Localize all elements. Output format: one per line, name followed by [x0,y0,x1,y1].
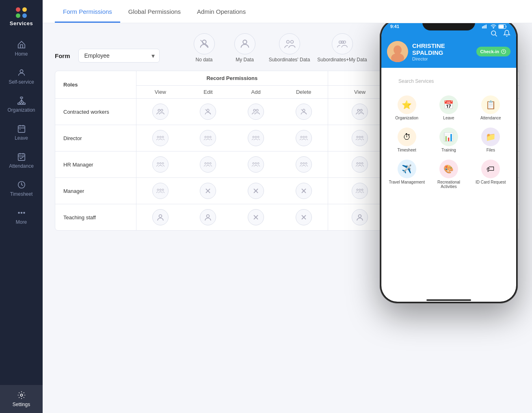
sidebar-item-timesheet[interactable]: Timesheet [0,175,43,203]
cross-icon [300,213,308,221]
perm-all-icon[interactable] [352,156,368,173]
td-cell[interactable] [136,204,184,230]
td-cell[interactable] [136,178,184,204]
td-cell[interactable] [136,125,184,151]
perm-none-icon[interactable] [200,104,216,120]
sidebar-item-home[interactable]: Home [0,35,43,63]
perm-all-icon[interactable] [200,156,216,173]
td-cell[interactable] [136,99,184,125]
td-cell[interactable] [280,178,328,204]
perm-all-icon[interactable] [296,156,312,173]
perm-all-icon[interactable] [248,156,264,173]
phone-service-timesheet[interactable]: ⏱ Timesheet [386,123,427,155]
phone-service-training-icon: 📊 [439,128,458,146]
page-body: Form Employee Department Position ▾ [43,23,532,413]
perm-all-icon[interactable] [248,130,264,146]
phone-service-travel-icon: ✈️ [398,160,416,178]
perm-all-icon[interactable] [200,130,216,146]
person-icon [17,68,26,77]
perm-cross-icon[interactable] [296,209,312,225]
phone-search-bar[interactable]: Search Services [394,75,504,87]
sidebar-item-self-service[interactable]: Self-service [0,63,43,91]
svg-rect-9 [18,126,25,133]
perm-single-icon[interactable] [152,209,169,225]
td-role-contracted: Contracted workers [55,99,136,125]
perm-my-data[interactable]: My Data [225,33,265,63]
phone-service-attendance[interactable]: 📋 Attendance [470,91,511,123]
phone-service-training[interactable]: 📊 Training [428,123,469,155]
perm-multi-icon[interactable] [248,104,264,120]
phone-service-recreational[interactable]: 🎨 Recreational Activities [428,156,469,191]
perm-cross-icon[interactable] [248,183,264,199]
perm-all-icon[interactable] [296,130,312,146]
sidebar-item-settings[interactable]: Settings [0,385,43,413]
svg-point-54 [253,136,254,138]
phone-search-icon[interactable] [490,30,497,37]
subordinates-my-data-icon-circle[interactable] [332,33,353,54]
svg-point-62 [361,136,363,138]
perm-all-icon[interactable] [152,130,169,146]
subordinates-data-icon [284,38,295,50]
phone-service-idcard[interactable]: 🏷 ID Card Request [470,156,511,191]
perm-cross-icon[interactable] [296,183,312,199]
perm-cross-icon[interactable] [200,183,216,199]
perm-multi-icon[interactable] [352,104,368,120]
perm-all-icon[interactable] [352,183,368,199]
td-cell[interactable] [232,125,280,151]
perm-all-icon[interactable] [152,183,169,199]
my-data-icon-circle[interactable] [234,33,255,54]
phone-service-leave[interactable]: 📅 Leave [428,91,469,123]
no-data-icon-circle[interactable] [194,33,215,54]
tab-form-permissions[interactable]: Form Permissions [55,0,120,23]
perm-subordinates-data[interactable]: Subordinates' Data [265,33,314,63]
phone-service-organization[interactable]: ⭐ Organization [386,91,427,123]
dot-red [16,7,20,12]
th-record-permissions-cols: View Edit Add Delete [136,86,328,98]
td-cell[interactable] [232,204,280,230]
phone-bell-icon[interactable] [503,30,510,37]
perm-no-data[interactable]: No data [184,33,225,63]
tab-admin-operations[interactable]: Admin Operations [189,0,254,23]
perm-none-icon[interactable] [296,104,312,120]
form-select-wrapper: Employee Department Position ▾ [78,49,160,63]
svg-point-27 [290,41,293,43]
sidebar-item-more-label: More [16,219,27,225]
phone-service-files[interactable]: 📁 Files [470,123,511,155]
subordinates-data-icon-circle[interactable] [279,33,300,54]
perm-cross-icon[interactable] [248,209,264,225]
sidebar-item-more[interactable]: More [0,203,43,231]
form-select[interactable]: Employee Department Position [78,49,160,63]
sidebar-item-leave[interactable]: Leave [0,119,43,147]
td-cell[interactable] [184,178,232,204]
td-cell[interactable] [184,151,232,177]
td-cell[interactable] [280,99,328,125]
svg-point-70 [160,162,161,164]
perm-single-icon[interactable] [352,209,368,225]
td-cell[interactable] [280,204,328,230]
td-cell[interactable] [136,151,184,177]
single-person-none-icon [300,108,308,116]
perm-subordinates-my-data[interactable]: Subordinates+My Data [314,33,371,63]
phone-user-title: Director [412,56,472,61]
sidebar-item-attendance[interactable]: Attendance [0,147,43,175]
perm-all-icon[interactable] [352,130,368,146]
td-cell[interactable] [232,178,280,204]
perm-all-icon[interactable] [152,156,169,173]
td-cell[interactable] [280,151,328,177]
td-cell[interactable] [232,99,280,125]
phone-service-files-icon: 📁 [481,128,500,146]
td-cell[interactable] [280,125,328,151]
td-cell[interactable] [184,125,232,151]
gear-icon [17,391,26,400]
phone-checkin-button[interactable]: Check-in [476,47,510,56]
perm-single-icon[interactable] [200,209,216,225]
sidebar-item-organization[interactable]: Organization [0,91,43,119]
td-cell[interactable] [184,99,232,125]
td-cell[interactable] [184,204,232,230]
tab-global-permissions[interactable]: Global Permissions [120,0,189,23]
td-cell[interactable] [232,151,280,177]
svg-point-81 [357,162,358,164]
phone-service-travel[interactable]: ✈️ Travel Management [386,156,427,191]
phone-overlay: 9:41 [370,23,528,352]
perm-multi-icon[interactable] [152,104,169,120]
